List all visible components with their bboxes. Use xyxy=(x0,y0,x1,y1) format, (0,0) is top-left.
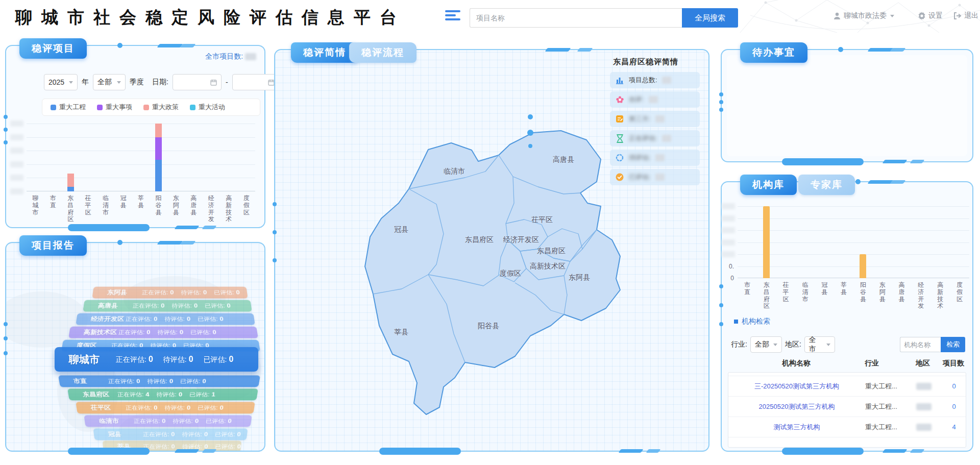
legend-item[interactable]: 重大政策 xyxy=(143,103,179,112)
panel-decoration xyxy=(117,43,122,48)
report-card-高唐县[interactable]: 高唐县正在评估:0待评估:0已评估:0 xyxy=(83,300,252,312)
panel-decoration xyxy=(577,48,593,52)
x-axis-label: 高新技术 xyxy=(220,195,237,223)
x-axis-label: 聊城市 xyxy=(27,195,44,223)
report-region-name: 茌平区 xyxy=(76,404,126,412)
logout-menu[interactable]: 退出 xyxy=(953,11,978,20)
x-axis-label: 莘县 xyxy=(834,282,853,310)
report-card-东昌府区[interactable]: 东昌府区正在评估:4待评估:0已评估:1 xyxy=(67,388,258,400)
todo-empty-area xyxy=(727,55,967,156)
x-axis-label: 东阿县 xyxy=(167,195,185,223)
report-card-冠县[interactable]: 冠县正在评估:0待评估:0已评估:0 xyxy=(93,428,248,440)
date-label: 日期: xyxy=(152,78,168,87)
legend-item[interactable]: 重大活动 xyxy=(190,103,225,112)
panel-decoration xyxy=(883,449,908,453)
org-filters: 行业: 全部 地区: 全市 检索 xyxy=(731,336,965,353)
panel-decoration xyxy=(910,160,925,163)
panel-decoration xyxy=(890,48,906,52)
legend-swatch xyxy=(143,105,149,110)
org-name-input[interactable] xyxy=(900,337,941,352)
org-name-link[interactable]: 测试第三方机构 xyxy=(728,423,865,432)
region-select[interactable]: 全市 xyxy=(804,336,835,353)
user-menu[interactable]: 聊城市政法委 xyxy=(833,11,894,20)
report-stats: 正在评估:0待评估:0已评估:0 xyxy=(125,315,224,323)
global-search-input[interactable] xyxy=(470,8,682,28)
check-icon xyxy=(615,173,624,182)
date-end-input[interactable] xyxy=(232,74,279,90)
report-card-经济开发区[interactable]: 经济开发区正在评估:0待评估:0已评估:0 xyxy=(76,313,255,325)
settings-menu[interactable]: 设置 xyxy=(918,11,943,20)
x-axis-label: 度假区 xyxy=(237,195,255,223)
date-start-input[interactable] xyxy=(173,74,222,90)
panel-decoration xyxy=(4,322,8,326)
year-select[interactable]: 2025 xyxy=(44,74,78,90)
tab-process[interactable]: 稳评流程 xyxy=(349,42,416,63)
map-decoration-dot xyxy=(528,144,532,148)
redacted-value xyxy=(662,135,671,142)
calendar-icon xyxy=(210,79,217,86)
x-axis-label: 高新技术 xyxy=(930,282,950,310)
org-chart-x-labels: 市直东昌府区茌平区临清市冠县莘县阳谷县东阿县高唐县经济开发高新技术度假区 xyxy=(738,282,969,310)
bar-segment-重大政策 xyxy=(155,124,162,137)
bar-segment-重大事项 xyxy=(155,137,162,160)
legend-item[interactable]: 重大工程 xyxy=(51,103,86,112)
org-table-row: 三-20250520测试第三方机构重大工程...0 xyxy=(728,376,966,396)
org-name-link[interactable]: 三-20250520测试第三方机构 xyxy=(728,382,865,391)
overlay-stat-row: 已评估: xyxy=(610,169,700,185)
date-separator: - xyxy=(226,78,228,86)
org-industry: 重大工程... xyxy=(865,423,916,432)
report-region-name: 高新技术区 xyxy=(69,328,119,336)
report-region-name: 冠县 xyxy=(93,430,143,438)
tab-org-library[interactable]: 机构库 xyxy=(740,175,797,195)
panel-decoration xyxy=(117,240,122,245)
report-region-name: 市直 xyxy=(59,377,109,385)
report-card-东阿县[interactable]: 东阿县正在评估:0待评估:0已评估:0 xyxy=(92,287,248,299)
logout-icon xyxy=(953,12,962,20)
report-stats: 正在评估:0待评估:0已评估:0 xyxy=(143,430,241,438)
report-card-市直[interactable]: 市直正在评估:0待评估:0已评估:0 xyxy=(58,375,260,387)
industry-select[interactable]: 全部 xyxy=(750,336,782,353)
report-card-茌平区[interactable]: 茌平区正在评估:0待评估:0已评估:0 xyxy=(76,402,255,413)
header: 聊城市社会稳定风险评估信息平台 全局搜索 聊城市政法委 设置 退出 xyxy=(0,0,980,33)
panel-decoration xyxy=(782,158,864,165)
hamburger-menu-icon[interactable] xyxy=(445,10,460,22)
panel-decoration xyxy=(4,128,8,132)
report-region-name: 高唐县 xyxy=(83,302,133,310)
quarter-select[interactable]: 全部 xyxy=(93,74,126,90)
panel-decoration xyxy=(719,303,723,307)
report-region-name: 临清市 xyxy=(84,417,134,425)
legend-item[interactable]: 重大事项 xyxy=(97,103,132,112)
report-card-聊城市[interactable]: 聊城市正在评估:0待评估:0已评估:0 xyxy=(55,347,258,372)
org-search-button[interactable]: 检索 xyxy=(941,337,965,352)
x-axis-label: 阳谷县 xyxy=(150,195,167,223)
panel-decoration xyxy=(175,226,200,229)
project-chart-legend: 重大工程重大事项重大政策重大活动 xyxy=(42,99,260,116)
overlay-stat-label: 第三方: xyxy=(629,114,651,124)
org-project-count: 0 xyxy=(941,403,966,410)
panel-decoration xyxy=(4,140,8,144)
quarter-unit-label: 季度 xyxy=(130,78,144,87)
legend-swatch xyxy=(190,105,195,110)
global-search-button[interactable]: 全局搜索 xyxy=(682,8,738,28)
overlay-stat-label: 项目总数: xyxy=(629,76,657,85)
tab-expert-library[interactable]: 专家库 xyxy=(798,175,855,195)
x-axis-label: 茌平区 xyxy=(776,282,796,310)
org-search-link[interactable]: 机构检索 xyxy=(734,317,770,326)
bar-chart-icon xyxy=(615,76,624,85)
redacted-value xyxy=(655,115,665,123)
org-name-link[interactable]: 20250520测试第三方机构 xyxy=(728,402,865,411)
panel-decoration xyxy=(838,47,843,52)
report-card-临清市[interactable]: 临清市正在评估:0待评估:0已评估:0 xyxy=(84,415,252,427)
org-table-row: 测试第三方机构重大工程...4 xyxy=(728,417,966,437)
overlay-stat-label: 已评估: xyxy=(629,173,651,182)
project-report-panel: 项目报告 东阿县正在评估:0待评估:0已评估:0高唐县正在评估:0待评估:0已评… xyxy=(5,242,265,452)
todo-panel: 待办事宜 xyxy=(721,49,973,162)
industry-label: 行业: xyxy=(731,340,747,349)
report-card-高新技术区[interactable]: 高新技术区正在评估:0待评估:0已评估:0 xyxy=(68,327,258,338)
tab-brief[interactable]: 稳评简情 xyxy=(291,42,358,63)
x-axis-label: 冠县 xyxy=(114,195,132,223)
x-axis-label: 临清市 xyxy=(795,282,815,310)
panel-decoration xyxy=(4,351,8,355)
settings-label: 设置 xyxy=(928,11,943,20)
project-filters: 2025 年 全部 季度 日期: - xyxy=(44,74,279,90)
